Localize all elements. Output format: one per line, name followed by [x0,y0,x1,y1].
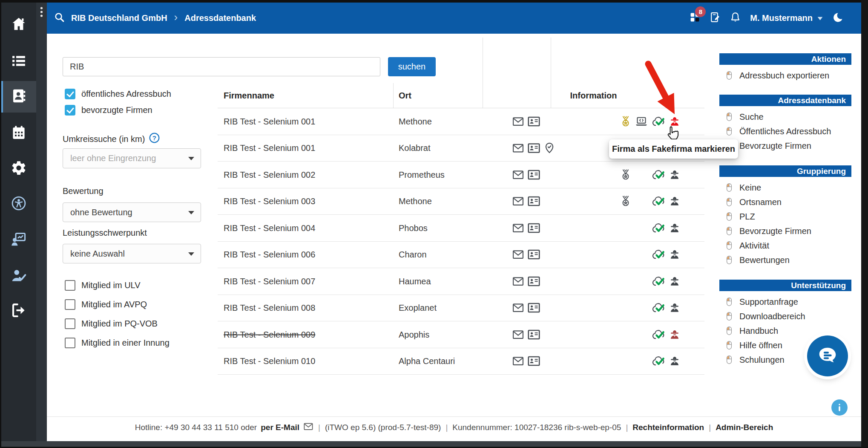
spy-icon[interactable] [668,301,681,314]
mail-icon[interactable] [512,196,524,207]
location-check-icon[interactable] [543,142,555,154]
cloud-check-icon[interactable] [651,302,666,314]
spy-icon[interactable] [668,248,681,261]
checkbox-icon[interactable] [65,280,75,291]
kebab-menu-icon[interactable] [39,6,44,21]
table-row[interactable]: RIB Test - Selenium 006Charon [218,242,704,269]
contact-card-icon[interactable] [527,196,540,207]
app-grid-icon[interactable]: 8 [690,12,700,24]
medal-icon[interactable] [620,115,632,127]
spy-icon[interactable] [668,168,681,181]
spy-icon[interactable] [668,222,681,234]
contact-card-icon[interactable] [527,356,540,367]
sidebar-item-gear[interactable] [1,153,36,185]
cloud-check-icon[interactable] [651,275,666,287]
table-row[interactable]: RIB Test - Selenium 009Apophis [218,321,704,348]
column-header-ort[interactable]: Ort [399,91,411,101]
panel-item-plz[interactable]: PLZ [725,210,755,223]
cloud-check-icon[interactable] [651,222,666,234]
panel-item-adressbuch-exportieren[interactable]: Adressbuch exportieren [725,69,829,82]
sidebar-item-home[interactable] [1,9,36,40]
mail-icon[interactable] [512,303,524,313]
contact-card-icon[interactable] [527,329,540,340]
table-row[interactable]: RIB Test - Selenium 001Methone [218,108,704,135]
panel-item-supportanfrage[interactable]: Supportanfrage [725,295,798,308]
sidebar-item-address-book[interactable] [1,81,36,113]
panel-item-hilfe-ffnen[interactable]: Hilfe öffnen [725,339,782,352]
rating-select[interactable]: ohne Bewertung [63,202,201,222]
panel-item-suche[interactable]: Suche [725,110,764,123]
table-row[interactable]: RIB Test - Selenium 002Prometheus [218,162,704,188]
admin-link[interactable]: Admin-Bereich [716,423,773,432]
table-row[interactable]: RIB Test - Selenium 003Methone [218,188,704,215]
table-row[interactable]: RIB Test - Selenium 010Alpha Centauri [218,348,704,375]
membership-checkbox-0[interactable]: Mitglied im ULV [65,280,141,291]
cloud-check-icon[interactable] [651,328,666,341]
checkbox-icon[interactable] [65,299,75,310]
panel-item-schulungen[interactable]: Schulungen [725,353,785,366]
sidebar-item-accessibility[interactable] [1,188,36,220]
mail-icon[interactable] [512,143,524,153]
cloud-check-icon[interactable] [651,249,666,261]
focus-select[interactable]: keine Auswahl [63,244,201,263]
panel-item-downloadbereich[interactable]: Downloadbereich [725,310,805,323]
moon-icon[interactable] [832,12,843,25]
table-row[interactable]: RIB Test - Selenium 004Phobos [218,215,704,242]
contact-card-icon[interactable] [527,143,540,153]
mail-icon[interactable] [512,116,524,127]
notepad-edit-icon[interactable] [709,12,721,25]
panel-item-aktivit-t[interactable]: Aktivität [725,239,769,252]
membership-checkbox-3[interactable]: Mitglied in einer Innung [65,338,170,348]
mail-icon[interactable] [512,356,524,367]
mail-icon[interactable] [512,249,524,260]
medal-icon[interactable] [620,168,632,181]
spy-icon[interactable] [668,275,681,288]
contact-card-icon[interactable] [527,116,540,127]
breadcrumb-root[interactable]: RIB Deutschland GmbH [71,13,167,23]
sidebar-item-person-check[interactable] [1,260,36,292]
mail-icon[interactable] [512,223,524,233]
search-icon[interactable] [54,12,65,25]
contact-card-icon[interactable] [527,276,540,286]
panel-item-bevorzugte-firmen[interactable]: Bevorzugte Firmen [725,139,811,152]
filter-checkbox-1[interactable]: bevorzugte Firmen [65,105,152,116]
mail-icon[interactable] [512,169,524,180]
membership-checkbox-2[interactable]: Mitglied im PQ-VOB [65,318,158,329]
contact-card-icon[interactable] [527,303,540,313]
medal-icon[interactable] [620,195,632,208]
contact-card-icon[interactable] [527,223,540,233]
table-row[interactable]: RIB Test - Selenium 008Exoplanet [218,295,704,322]
panel-item-handbuch[interactable]: Handbuch [725,324,778,337]
checkbox-icon[interactable] [65,318,75,329]
cloud-check-icon[interactable] [651,355,666,367]
column-header-firmenname[interactable]: Firmenname [224,91,274,101]
spy-icon[interactable] [668,328,681,341]
radius-select[interactable]: leer ohne Eingrenzung [63,148,201,168]
contact-card-icon[interactable] [527,169,540,180]
contact-card-icon[interactable] [527,249,540,260]
cloud-check-icon[interactable] [651,168,666,181]
spy-icon[interactable] [668,355,681,367]
info-icon[interactable] [831,399,848,416]
filter-checkbox-0[interactable]: öffentliches Adressbuch [65,89,171,99]
sidebar-item-list-menu[interactable] [1,46,36,78]
panel-item-bewertungen[interactable]: Bewertungen [725,254,790,266]
spy-icon[interactable] [668,195,681,208]
membership-checkbox-1[interactable]: Mitglied im AVPQ [65,299,147,310]
chat-bubble-icon[interactable] [807,335,848,376]
question-circle-icon[interactable]: ? [149,132,160,146]
checkbox-icon[interactable] [65,89,75,99]
user-menu[interactable]: M. Mustermann [750,13,823,23]
sidebar-item-logout[interactable] [1,295,36,327]
mail-icon[interactable] [512,276,524,286]
sidebar-item-training[interactable] [1,224,36,256]
panel-item--ffentliches-adressbuch[interactable]: Öffentliches Adressbuch [725,125,831,138]
sidebar-item-calendar[interactable] [1,118,36,149]
mail-icon[interactable] [512,329,524,340]
search-input[interactable] [63,57,380,76]
cloud-check-icon[interactable] [651,195,666,208]
bell-icon[interactable] [730,12,741,25]
panel-item-bevorzugte-firmen[interactable]: Bevorzugte Firmen [725,225,811,237]
rights-link[interactable]: Rechteinformation [632,423,704,432]
table-row[interactable]: RIB Test - Selenium 007Haumea [218,268,704,295]
